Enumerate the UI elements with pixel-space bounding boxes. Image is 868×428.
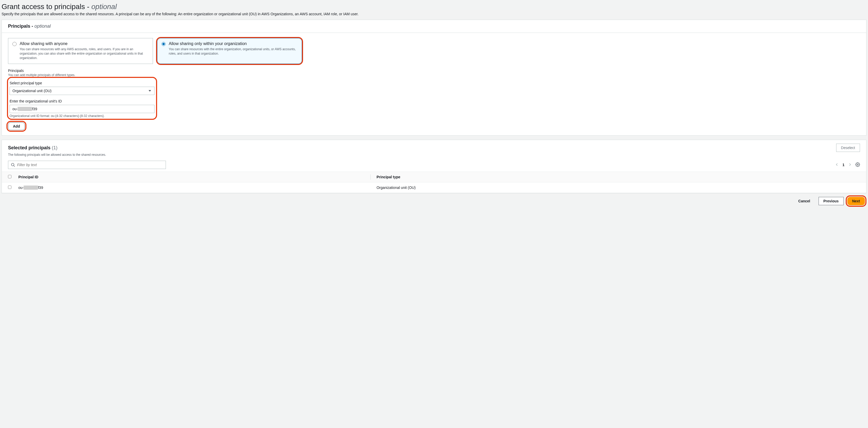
selected-principals-count: (1) (52, 145, 58, 150)
filter-input[interactable] (17, 163, 163, 167)
radio-allow-org-title: Allow sharing only within your organizat… (169, 41, 298, 46)
radio-allow-anyone[interactable]: Allow sharing with anyone You can share … (8, 38, 153, 64)
cancel-button[interactable]: Cancel (794, 197, 815, 205)
radio-allow-anyone-input[interactable] (12, 42, 17, 46)
principals-help: You can add multiple principals of diffe… (8, 73, 860, 77)
redacted-segment: xxxxxxxx (24, 186, 38, 190)
cell-principal-type: Organizational unit (OU) (370, 182, 866, 193)
page-description: Specify the principals that are allowed … (2, 12, 866, 20)
principals-label: Principals (8, 68, 860, 73)
radio-allow-org-input[interactable] (161, 42, 166, 46)
page-title-main: Grant access to principals (2, 3, 85, 10)
page-prev-icon[interactable] (835, 163, 839, 167)
select-all-checkbox[interactable] (8, 175, 11, 178)
chevron-down-icon (149, 90, 151, 92)
search-icon (11, 163, 15, 167)
add-button[interactable]: Add (8, 122, 25, 130)
next-button[interactable]: Next (847, 197, 865, 205)
principal-type-select-value: Organizational unit (OU) (12, 89, 52, 93)
radio-allow-org-desc: You can share resources with the entire … (169, 47, 298, 56)
wizard-footer: Cancel Previous Next (2, 193, 866, 210)
selected-principals-table: Principal ID Principal type ou-xxxxxxxxf… (2, 172, 866, 193)
previous-button[interactable]: Previous (818, 197, 844, 205)
gear-icon[interactable] (855, 162, 860, 168)
select-principal-type-label: Select principal type (9, 81, 155, 85)
row-checkbox[interactable] (8, 186, 11, 189)
page-title-optional: optional (91, 3, 117, 10)
filter-input-wrapper[interactable] (8, 161, 166, 169)
page-next-icon[interactable] (848, 163, 852, 167)
page-title: Grant access to principals - optional (2, 0, 866, 12)
principals-panel-header: Principals - optional (2, 20, 866, 33)
ou-id-label: Enter the organizational unit's ID (9, 99, 155, 103)
pager: 1 (835, 162, 860, 168)
table-row: ou-xxxxxxxxf39 Organizational unit (OU) (2, 182, 866, 193)
svg-line-1 (14, 165, 15, 166)
principals-panel: Principals - optional Allow sharing with… (2, 20, 866, 135)
svg-point-2 (857, 164, 859, 165)
redacted-segment: xxxxxxxx (18, 107, 32, 111)
svg-point-0 (11, 163, 14, 166)
page-number: 1 (842, 163, 844, 167)
radio-allow-anyone-title: Allow sharing with anyone (20, 41, 149, 46)
column-principal-type[interactable]: Principal type (370, 172, 866, 182)
deselect-button[interactable]: Deselect (836, 144, 860, 152)
ou-id-hint: Organizational unit ID format: ou-{4-32 … (9, 114, 155, 118)
principal-type-select[interactable]: Organizational unit (OU) (9, 87, 155, 95)
ou-id-input[interactable]: ou-xxxxxxxxf39 (9, 105, 155, 113)
radio-allow-anyone-desc: You can share resources with any AWS acc… (20, 47, 149, 60)
column-principal-id[interactable]: Principal ID (12, 172, 370, 182)
selected-principals-panel: Selected principals (1) Deselect The fol… (2, 140, 866, 193)
selected-principals-title: Selected principals (1) (8, 145, 58, 151)
selected-principals-subtitle: The following principals will be allowed… (2, 153, 866, 159)
cell-principal-id: ou-xxxxxxxxf39 (12, 182, 370, 193)
radio-allow-org[interactable]: Allow sharing only within your organizat… (157, 38, 302, 64)
